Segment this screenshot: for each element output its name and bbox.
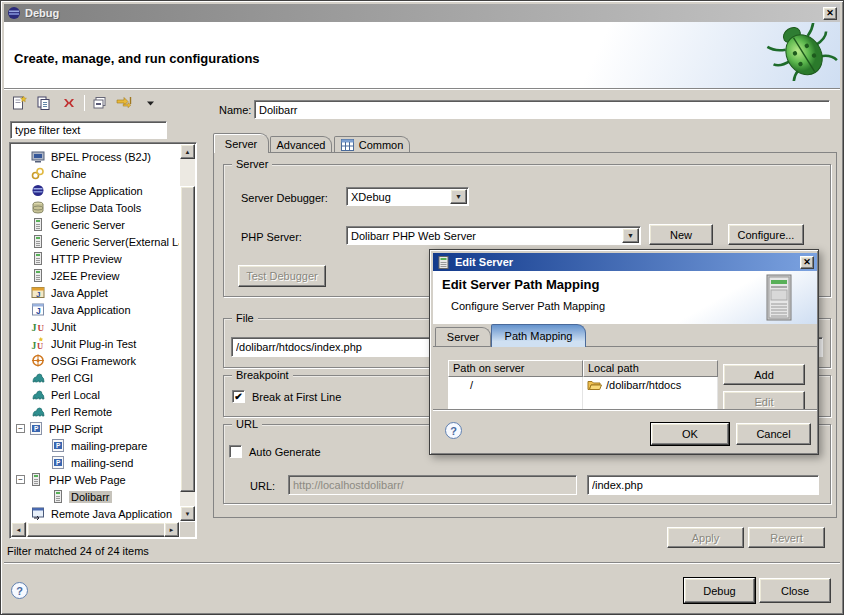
dialog-tab-path-mapping[interactable]: Path Mapping	[491, 324, 586, 347]
tree-vscrollbar[interactable]: ▲ ▼	[180, 144, 195, 521]
tree-item-mailing-send[interactable]: Pmailing-send	[11, 454, 179, 471]
configure-server-button[interactable]: Configure...	[728, 224, 804, 245]
tree-item-java-applet[interactable]: JJava Applet	[11, 284, 179, 301]
php-server-label: PHP Server:	[241, 231, 302, 243]
dialog-tab-server[interactable]: Server	[435, 327, 491, 346]
dialog-subheading: Configure Server Path Mapping	[451, 300, 605, 312]
scroll-right-button[interactable]: ►	[164, 522, 179, 537]
php-server-combo[interactable]: Dolibarr PHP Web Server ▼	[346, 226, 641, 245]
ok-button[interactable]: OK	[651, 423, 729, 445]
tree-item-osgi-framework[interactable]: OSGi Framework	[11, 352, 179, 369]
tree-item-eclipse-data-tools[interactable]: Eclipse Data Tools	[11, 199, 179, 216]
scroll-left-button[interactable]: ◄	[11, 522, 26, 537]
scroll-up-button[interactable]: ▲	[180, 144, 195, 159]
local-path-text: /dolibarr/htdocs	[606, 379, 681, 391]
revert-button[interactable]: Revert	[748, 527, 825, 548]
tree-item-perl-cgi[interactable]: Perl CGI	[11, 369, 179, 386]
breakpoint-group-title: Breakpoint	[232, 369, 293, 381]
tree-item-mailing-prepare[interactable]: Pmailing-prepare	[11, 437, 179, 454]
tree-item-j2ee-preview[interactable]: J2EE Preview	[11, 267, 179, 284]
tree-hscrollbar[interactable]: ◄ ►	[11, 522, 179, 537]
menu-arrow-icon[interactable]	[140, 94, 160, 112]
tree-item-http-preview[interactable]: HTTP Preview	[11, 250, 179, 267]
tree-item-php-script[interactable]: −PPHP Script	[11, 420, 179, 437]
column-header[interactable]: Local path	[583, 360, 718, 377]
filter-icon[interactable]	[115, 94, 135, 112]
expander-icon[interactable]: −	[16, 475, 25, 484]
apply-button[interactable]: Apply	[667, 527, 744, 548]
cancel-button[interactable]: Cancel	[736, 423, 811, 445]
tree-item-eclipse-application[interactable]: Eclipse Application	[11, 182, 179, 199]
help-icon[interactable]: ?	[11, 582, 28, 599]
tree-item-label: Eclipse Data Tools	[49, 202, 143, 214]
delete-icon[interactable]	[59, 94, 79, 112]
tree-item-label: JUnit	[49, 321, 78, 333]
dialog-heading: Edit Server Path Mapping	[442, 277, 599, 292]
tree-item-perl-local[interactable]: Perl Local	[11, 386, 179, 403]
dialog-close-button[interactable]: ✕	[800, 256, 814, 269]
tree-item-label: Perl Remote	[49, 406, 114, 418]
tree-item-remote-java-application[interactable]: Remote Java Application	[11, 505, 179, 521]
url-path-input[interactable]	[587, 475, 819, 495]
svg-text:P: P	[56, 459, 61, 466]
expander-icon[interactable]: −	[16, 424, 25, 433]
column-header[interactable]: Path on server	[448, 360, 583, 377]
java-icon: J	[31, 303, 45, 316]
tab-server[interactable]: Server	[213, 133, 269, 153]
header-text: Create, manage, and run configurations	[14, 51, 260, 66]
mapping-row[interactable]: //dolibarr/htdocs	[448, 377, 718, 393]
junitp-icon: JU	[31, 337, 45, 350]
window-titlebar: Debug ✕	[4, 4, 840, 22]
tree-item-generic-server[interactable]: Generic Server	[11, 216, 179, 233]
vscroll-thumb[interactable]	[180, 186, 195, 492]
tree-item-label: mailing-send	[69, 457, 135, 469]
add-mapping-button[interactable]: Add	[723, 364, 805, 385]
debug-button[interactable]: Debug	[684, 578, 755, 603]
collapse-all-icon[interactable]	[90, 94, 110, 112]
auto-generate-checkbox[interactable]	[229, 445, 242, 458]
url-group-title: URL	[232, 418, 262, 430]
dialog-help-icon[interactable]: ?	[445, 422, 462, 439]
osgi-icon	[31, 354, 45, 367]
window-close-button[interactable]: ✕	[823, 7, 837, 20]
tree-item-cha-ne[interactable]: Chaîne	[11, 165, 179, 182]
path-mapping-table: Path on serverLocal path //dolibarr/htdo…	[448, 360, 718, 409]
name-input[interactable]	[254, 100, 830, 119]
server-debugger-label: Server Debugger:	[241, 192, 328, 204]
server-debugger-combo[interactable]: XDebug ▼	[346, 187, 469, 206]
tab-advanced[interactable]: Advanced	[270, 136, 332, 153]
edit-mapping-button[interactable]: Edit	[723, 391, 805, 409]
tree-item-generic-server-external-la[interactable]: Generic Server(External La	[11, 233, 179, 250]
tree-item-dolibarr[interactable]: Dolibarr	[11, 488, 179, 505]
filter-input[interactable]	[10, 121, 167, 139]
hscroll-thumb[interactable]	[27, 522, 166, 537]
folder-icon	[587, 379, 602, 391]
tree-item-label: PHP Web Page	[47, 474, 128, 486]
tab-common[interactable]: Common	[334, 136, 410, 153]
dropdown-arrow-icon[interactable]: ▼	[622, 228, 639, 243]
url-base-input[interactable]	[288, 475, 577, 495]
close-button[interactable]: Close	[759, 578, 831, 603]
test-debugger-button[interactable]: Test Debugger	[238, 265, 326, 287]
tree-item-bpel-process-b2j[interactable]: BPEL Process (B2J)	[11, 148, 179, 165]
new-server-button[interactable]: New	[649, 224, 713, 245]
dialog-titlebar: Edit Server ✕	[433, 253, 817, 271]
eclipse-logo-icon	[7, 7, 21, 20]
tree-item-java-application[interactable]: JJava Application	[11, 301, 179, 318]
scroll-down-button[interactable]: ▼	[180, 506, 195, 521]
url-label: URL:	[250, 480, 275, 492]
dropdown-arrow-icon[interactable]: ▼	[450, 189, 467, 204]
duplicate-icon[interactable]	[34, 94, 54, 112]
tree-item-label: Perl CGI	[49, 372, 95, 384]
tree-item-junit-plug-in-test[interactable]: JUJUnit Plug-in Test	[11, 335, 179, 352]
tree-item-perl-remote[interactable]: Perl Remote	[11, 403, 179, 420]
php-server-value: Dolibarr PHP Web Server	[347, 230, 621, 242]
tree-item-php-web-page[interactable]: −PHP Web Page	[11, 471, 179, 488]
path-mapping-pane: Path on serverLocal path //dolibarr/htdo…	[433, 346, 817, 409]
server-icon	[29, 473, 43, 486]
tree-item-junit[interactable]: JUJUnit	[11, 318, 179, 335]
new-config-icon[interactable]	[9, 94, 29, 112]
bpel-icon	[31, 150, 45, 163]
break-first-line-checkbox[interactable]: ✔	[232, 390, 245, 403]
dialog-tab-server-label: Server	[447, 331, 479, 343]
